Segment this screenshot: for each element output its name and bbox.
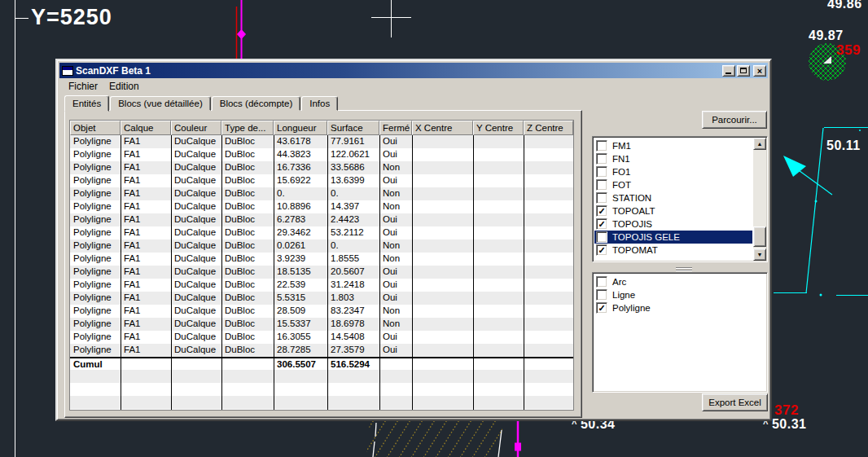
table-cell — [473, 358, 524, 373]
menu-fichier[interactable]: Fichier — [63, 79, 103, 94]
column-header[interactable]: Calque — [121, 121, 171, 135]
table-row[interactable]: PolyligneFA1DuCalqueDuBloc5.53151.803Oui — [70, 292, 573, 305]
table-row[interactable]: PolyligneFA1DuCalqueDuBloc18.513520.5607… — [70, 266, 573, 279]
table-row[interactable]: PolyligneFA1DuCalqueDuBloc44.3823122.062… — [70, 148, 573, 161]
browse-button[interactable]: Parcourir... — [702, 111, 767, 129]
checkbox[interactable] — [596, 231, 607, 243]
list-item-STATION[interactable]: STATION — [594, 191, 752, 204]
checkbox[interactable] — [596, 140, 607, 152]
table-cell: FA1 — [121, 226, 171, 239]
table-cell: Polyligne — [70, 253, 121, 266]
table-row[interactable]: PolyligneFA1DuCalqueDuBloc15.692213.6399… — [70, 174, 573, 187]
table-row[interactable]: PolyligneFA1DuCalqueDuBloc0.02610.Non — [70, 239, 573, 253]
y-coordinate-label: Y=5250 — [31, 5, 112, 30]
checkbox[interactable] — [596, 289, 607, 301]
tab-Infos[interactable]: Infos — [301, 96, 338, 111]
splitter-handle[interactable] — [676, 266, 692, 271]
table-cell — [524, 213, 573, 226]
column-header[interactable]: Type de... — [221, 121, 274, 135]
list-item-TOPOJIS GELE[interactable]: TOPOJIS GELE — [594, 231, 752, 244]
list-item-FOT[interactable]: FOT — [594, 178, 752, 191]
table-cell: DuBloc — [221, 135, 274, 148]
cumul-row[interactable]: Cumul306.5507516.5294 — [70, 357, 573, 373]
column-header[interactable]: Z Centre — [524, 121, 573, 135]
table-cell — [524, 148, 573, 161]
table-cell — [412, 161, 473, 174]
export-excel-button[interactable]: Export Excel — [702, 393, 768, 411]
table-cell — [524, 344, 573, 357]
table-cell: Non — [379, 253, 412, 266]
table-cell — [412, 135, 473, 148]
table-cell: DuBloc — [221, 266, 274, 279]
table-row[interactable]: PolyligneFA1DuCalqueDuBloc15.533718.6978… — [70, 318, 573, 331]
table-cell — [473, 161, 524, 174]
table-row[interactable]: PolyligneFA1DuCalqueDuBloc16.305514.5408… — [70, 331, 573, 344]
table-row[interactable]: PolyligneFA1DuCalqueDuBloc6.27832.4423Ou… — [70, 213, 573, 226]
column-header[interactable]: X Centre — [412, 121, 473, 135]
list-item-TOPOJIS[interactable]: ✓TOPOJIS — [594, 218, 752, 231]
checkbox[interactable] — [596, 192, 607, 204]
table-cell — [524, 358, 573, 373]
table-cell: DuCalque — [171, 253, 221, 266]
column-header[interactable]: Surface — [327, 121, 379, 135]
column-header[interactable]: Fermé — [379, 121, 412, 135]
table-cell: DuBloc — [221, 331, 274, 344]
cad-canvas[interactable]: Y=5250 49.86 49.87 359 50.11 372 ^50.34 … — [0, 0, 868, 457]
elevation-label: 50.11 — [826, 138, 861, 153]
checkbox[interactable] — [596, 276, 607, 288]
table-cell: FA1 — [121, 266, 171, 279]
table-cell — [412, 305, 473, 318]
checkbox[interactable] — [596, 166, 607, 178]
table-cell: DuCalque — [171, 292, 221, 305]
table-row[interactable]: PolyligneFA1DuCalqueDuBloc22.53931.2418O… — [70, 279, 573, 292]
scroll-down-icon[interactable]: ▼ — [753, 248, 766, 261]
column-header[interactable]: Y Centre — [473, 121, 524, 135]
table-row[interactable]: PolyligneFA1DuCalqueDuBloc28.50983.2347N… — [70, 305, 573, 318]
checkbox[interactable] — [596, 153, 607, 165]
list-item-Arc[interactable]: Arc — [594, 275, 765, 288]
table-row[interactable]: PolyligneFA1DuCalqueDuBloc16.733633.5686… — [70, 161, 573, 174]
scrollbar[interactable]: ▲ ▼ — [753, 138, 766, 261]
scrollbar-thumb[interactable] — [753, 226, 766, 247]
title-bar[interactable]: ScanDXF Beta 1 × — [59, 63, 768, 78]
table-cell — [412, 253, 473, 266]
menu-edition[interactable]: Edition — [103, 79, 145, 94]
list-item-Ligne[interactable]: Ligne — [594, 288, 765, 301]
scroll-up-icon[interactable]: ▲ — [753, 138, 766, 150]
checkbox[interactable]: ✓ — [596, 302, 607, 314]
list-item-FO1[interactable]: FO1 — [594, 165, 752, 178]
checkbox[interactable] — [596, 179, 607, 191]
minimize-button[interactable] — [722, 65, 735, 77]
table-row[interactable]: PolyligneFA1DuCalqueDuBloc10.889614.397N… — [70, 200, 573, 213]
close-button[interactable]: × — [753, 65, 766, 77]
column-header[interactable]: Longueur — [274, 121, 327, 135]
tab-Blocs (décompte)[interactable]: Blocs (décompte) — [212, 96, 300, 111]
table-cell: 15.5337 — [274, 318, 327, 331]
table-cell: 13.6399 — [327, 174, 379, 187]
tab-Entités[interactable]: Entités — [64, 95, 109, 112]
table-row[interactable]: PolyligneFA1DuCalqueDuBloc3.92391.8555No… — [70, 253, 573, 266]
checkbox[interactable]: ✓ — [596, 205, 607, 217]
table-row[interactable]: PolyligneFA1DuCalqueDuBloc0.0.Non — [70, 187, 573, 200]
list-item-FM1[interactable]: FM1 — [594, 139, 752, 152]
tab-Blocs (vue détaillée)[interactable]: Blocs (vue détaillée) — [110, 96, 211, 111]
elevation-label: 49.86 — [827, 0, 862, 11]
table-cell: 83.2347 — [327, 305, 379, 318]
maximize-button[interactable] — [737, 65, 750, 77]
table-cell: 28.509 — [274, 305, 327, 318]
table-row[interactable]: PolyligneFA1DuCalqueDuBloc28.728527.3579… — [70, 344, 573, 357]
column-header[interactable]: Couleur — [171, 121, 221, 135]
table-cell: Oui — [379, 279, 412, 292]
list-item-FN1[interactable]: FN1 — [594, 152, 752, 165]
checkbox[interactable]: ✓ — [596, 244, 607, 256]
list-item-TOPOALT[interactable]: ✓TOPOALT — [594, 204, 752, 218]
list-item-Polyligne[interactable]: ✓Polyligne — [594, 301, 765, 314]
table-row[interactable]: PolyligneFA1DuCalqueDuBloc43.617877.9161… — [70, 135, 573, 148]
table-cell: DuCalque — [171, 213, 221, 226]
table-cell: Polyligne — [70, 161, 121, 174]
checkbox[interactable]: ✓ — [596, 218, 607, 230]
list-item-TOPOMAT[interactable]: ✓TOPOMAT — [594, 244, 752, 257]
column-header[interactable]: Objet — [70, 121, 121, 135]
table-row[interactable]: PolyligneFA1DuCalqueDuBloc29.346253.2112… — [70, 226, 573, 239]
table-cell: DuBloc — [221, 344, 274, 357]
